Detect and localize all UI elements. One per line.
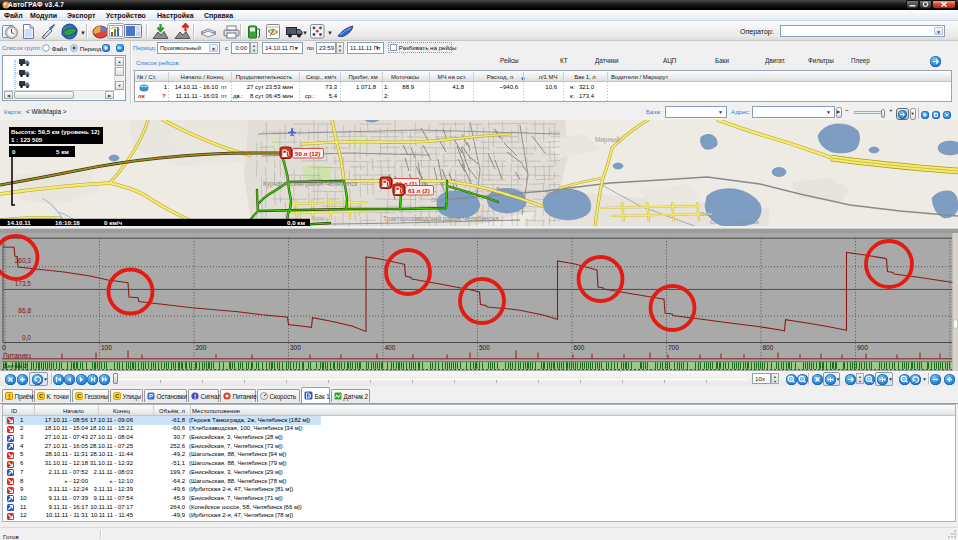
svg-text:Курчатовский район Челябинск: Курчатовский район Челябинск [263, 180, 357, 188]
svg-text:600: 600 [574, 344, 585, 351]
svg-text:Озеро Сымандык: Озеро Сымандык [710, 219, 759, 225]
svg-text:Мирный: Мирный [595, 136, 620, 144]
svg-text:Третье: Третье [545, 190, 565, 196]
svg-text:Питание: Питание [3, 352, 29, 359]
svg-text:0,0 км: 0,0 км [287, 219, 305, 226]
svg-text:100: 100 [101, 344, 112, 351]
svg-text:700: 700 [668, 344, 679, 351]
svg-text:0,0: 0,0 [22, 334, 31, 341]
svg-text:!: ! [194, 392, 196, 399]
svg-text:16:10:18: 16:10:18 [55, 219, 80, 226]
svg-text:Тракторозаводский район Челяби: Тракторозаводский район Челябинска [383, 215, 499, 223]
svg-text:Датчик 2: Датчик 2 [3, 363, 28, 369]
svg-text:5 км: 5 км [56, 148, 69, 155]
svg-text:Второе: Второе [496, 186, 516, 192]
svg-text:14.10.11: 14.10.11 [7, 219, 31, 226]
svg-text:900: 900 [857, 344, 868, 351]
svg-text:300: 300 [290, 344, 301, 351]
svg-text:Копи: Копи [312, 215, 324, 221]
svg-text:400: 400 [385, 344, 396, 351]
svg-text:0 км/ч: 0 км/ч [104, 219, 123, 226]
svg-text:500: 500 [479, 344, 490, 351]
svg-text:86,8: 86,8 [18, 307, 31, 314]
svg-text:200: 200 [196, 344, 207, 351]
svg-text:0: 0 [2, 344, 6, 351]
svg-text:Высота: 59,5 км (уровень 12): Высота: 59,5 км (уровень 12) [11, 128, 100, 135]
svg-text:50 л (12): 50 л (12) [295, 150, 320, 157]
svg-text:800: 800 [763, 344, 774, 351]
svg-text:!: ! [8, 392, 10, 399]
svg-text:P: P [149, 393, 153, 399]
svg-text:Озеро: Озеро [700, 211, 716, 217]
svg-text:0: 0 [12, 148, 16, 155]
svg-text:Озеро: Озеро [820, 135, 838, 141]
svg-text:61 л (2): 61 л (2) [408, 187, 430, 194]
svg-text:Озеро Лавое: Озеро Лавое [431, 197, 468, 203]
svg-text:1 : 123 505: 1 : 123 505 [11, 136, 43, 143]
